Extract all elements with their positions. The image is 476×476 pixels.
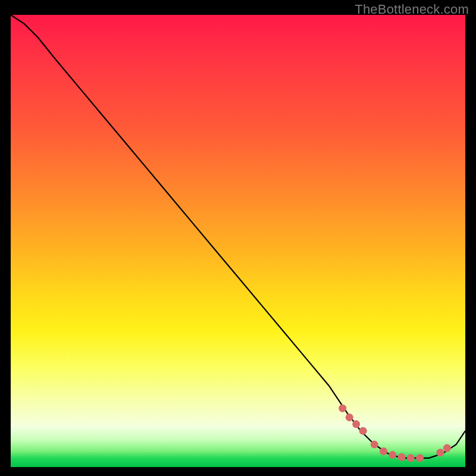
plot-area — [11, 15, 465, 467]
highlight-marker — [398, 453, 406, 461]
chart-frame: TheBottleneck.com — [0, 0, 476, 476]
highlight-marker — [339, 405, 346, 412]
highlight-marker — [407, 454, 415, 462]
highlight-marker — [389, 451, 396, 459]
curve-svg — [11, 15, 465, 467]
highlight-marker — [352, 420, 360, 428]
highlight-marker — [437, 449, 444, 456]
bottleneck-curve — [11, 15, 465, 458]
highlight-marker — [443, 444, 451, 452]
highlight-marker — [371, 441, 378, 449]
highlight-marker — [380, 447, 387, 455]
highlight-marker — [359, 427, 367, 435]
marker-group — [339, 405, 451, 462]
highlight-marker — [416, 454, 424, 462]
highlight-marker — [346, 414, 353, 421]
